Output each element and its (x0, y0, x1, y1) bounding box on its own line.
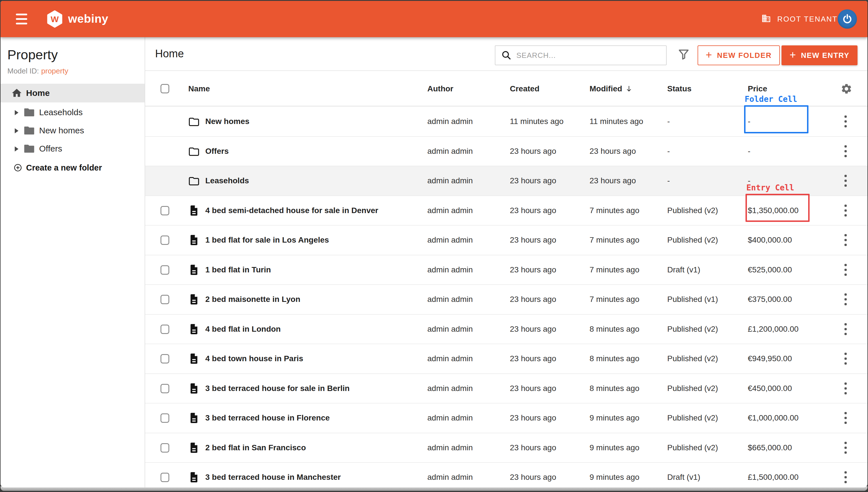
table-row[interactable]: 2 bed maisonette in Lyon admin admin 23 … (145, 285, 867, 315)
table-row[interactable]: Offers admin admin 23 hours ago 23 hours… (145, 137, 867, 167)
row-name[interactable]: 3 bed terraced house for sale in Berlin (205, 374, 350, 403)
table-row[interactable]: 1 bed flat for sale in Los Angeles admin… (145, 226, 867, 255)
row-name[interactable]: 1 bed flat in Turin (205, 255, 271, 284)
table-settings-gear-icon[interactable] (841, 83, 852, 96)
row-status: Published (v2) (667, 433, 718, 462)
table-row[interactable]: 3 bed terraced house for sale in Berlin … (145, 374, 867, 404)
row-actions-kebab-menu[interactable] (839, 374, 852, 403)
tenant-selector[interactable]: ROOT TENANT (761, 1, 838, 37)
row-checkbox[interactable] (160, 384, 169, 393)
row-created: 23 hours ago (510, 433, 556, 462)
table-row[interactable]: 2 bed flat in San Francisco admin admin … (145, 433, 867, 463)
row-actions-kebab-menu[interactable] (839, 433, 852, 462)
column-header-modified[interactable]: Modified (589, 72, 633, 106)
tenant-label: ROOT TENANT (777, 15, 838, 24)
create-folder-button[interactable]: Create a new folder (1, 159, 144, 176)
column-header-status[interactable]: Status (667, 72, 692, 106)
sidebar-folder-item[interactable]: Offers (1, 140, 144, 158)
user-avatar[interactable] (838, 9, 857, 29)
search-box (495, 45, 667, 65)
new-entry-button[interactable]: + NEW ENTRY (782, 45, 858, 65)
row-created: 23 hours ago (510, 137, 556, 166)
row-actions-kebab-menu[interactable] (839, 255, 852, 284)
filter-button[interactable] (677, 48, 691, 62)
row-actions-kebab-menu[interactable] (839, 315, 852, 344)
row-price: - (748, 137, 750, 166)
row-actions-kebab-menu[interactable] (839, 226, 852, 254)
row-status: - (667, 107, 670, 136)
row-actions-kebab-menu[interactable] (839, 403, 852, 433)
table-row[interactable]: 3 bed terraced house in Florence admin a… (145, 403, 867, 433)
row-status: Published (v2) (667, 344, 718, 373)
document-icon (189, 293, 199, 306)
row-created: 23 hours ago (510, 344, 556, 373)
row-actions-kebab-menu[interactable] (839, 285, 852, 314)
plus-icon: + (789, 49, 796, 61)
entry-cell-annotation-label: Entry Cell (746, 183, 794, 192)
folder-cell-annotation-label: Folder Cell (745, 95, 797, 104)
expand-chevron-icon[interactable] (15, 128, 19, 133)
column-header-author[interactable]: Author (427, 72, 453, 106)
row-modified: 7 minutes ago (589, 196, 639, 225)
search-input[interactable] (516, 51, 653, 60)
row-checkbox[interactable] (160, 443, 169, 452)
row-checkbox[interactable] (160, 473, 169, 482)
sidebar-folder-label: New homes (39, 122, 84, 139)
row-created: 23 hours ago (510, 374, 556, 403)
row-name[interactable]: 1 bed flat for sale in Los Angeles (205, 226, 329, 254)
row-checkbox[interactable] (160, 236, 169, 245)
table-row[interactable]: 4 bed town house in Paris admin admin 23… (145, 344, 867, 374)
page: W webiny ROOT TENANT Property Model (0, 0, 868, 492)
row-name[interactable]: 4 bed semi-detached house for sale in De… (205, 196, 378, 225)
row-name[interactable]: New homes (205, 107, 249, 136)
table-row[interactable]: 3 bed terraced house in Manchester admin… (145, 463, 867, 488)
row-name[interactable]: Leaseholds (205, 166, 249, 195)
row-author: admin admin (427, 137, 473, 166)
hamburger-menu-icon[interactable] (16, 14, 27, 24)
webiny-logo-icon[interactable]: W (47, 10, 63, 28)
row-name[interactable]: 2 bed flat in San Francisco (205, 433, 306, 462)
row-actions-kebab-menu[interactable] (839, 166, 852, 195)
sidebar-folder-item[interactable]: New homes (1, 122, 144, 140)
row-name[interactable]: 4 bed town house in Paris (205, 344, 303, 373)
expand-chevron-icon[interactable] (15, 146, 19, 151)
column-header-created[interactable]: Created (510, 72, 540, 106)
row-modified: 8 minutes ago (589, 315, 639, 344)
row-name[interactable]: 4 bed flat in London (205, 315, 281, 344)
row-price: €450,000.00 (748, 374, 792, 403)
new-entry-label: NEW ENTRY (801, 51, 849, 60)
row-created: 23 hours ago (510, 196, 556, 225)
row-checkbox[interactable] (160, 206, 169, 215)
row-name[interactable]: Offers (205, 137, 229, 166)
new-folder-button[interactable]: + NEW FOLDER (698, 45, 780, 65)
row-created: 23 hours ago (510, 166, 556, 195)
column-header-name[interactable]: Name (188, 72, 210, 106)
row-actions-kebab-menu[interactable] (839, 137, 852, 166)
row-actions-kebab-menu[interactable] (839, 107, 852, 136)
row-checkbox[interactable] (160, 413, 169, 423)
table-row[interactable]: 1 bed flat in Turin admin admin 23 hours… (145, 255, 867, 285)
sidebar-folder-item[interactable]: Leaseholds (1, 103, 144, 122)
sidebar-item-home[interactable]: Home (1, 84, 144, 102)
row-modified: 9 minutes ago (589, 463, 639, 488)
row-name[interactable]: 3 bed terraced house in Florence (205, 403, 330, 433)
row-checkbox[interactable] (160, 265, 169, 275)
document-icon (189, 204, 199, 217)
select-all-checkbox[interactable] (160, 84, 169, 93)
row-checkbox[interactable] (160, 354, 169, 364)
sort-desc-icon (625, 85, 633, 93)
expand-chevron-icon[interactable] (15, 110, 19, 115)
row-actions-kebab-menu[interactable] (839, 344, 852, 373)
row-created: 23 hours ago (510, 285, 556, 314)
table-row[interactable]: 4 bed flat in London admin admin 23 hour… (145, 315, 867, 344)
circle-plus-icon (14, 164, 22, 172)
row-name[interactable]: 2 bed maisonette in Lyon (205, 285, 300, 314)
row-actions-kebab-menu[interactable] (839, 196, 852, 225)
row-checkbox[interactable] (160, 295, 169, 304)
main-content: Home + NEW FOLDER (145, 37, 867, 488)
row-checkbox[interactable] (160, 325, 169, 334)
document-icon (189, 233, 199, 247)
row-actions-kebab-menu[interactable] (839, 463, 852, 488)
row-name[interactable]: 3 bed terraced house in Manchester (205, 463, 341, 488)
row-modified: 9 minutes ago (589, 433, 639, 462)
